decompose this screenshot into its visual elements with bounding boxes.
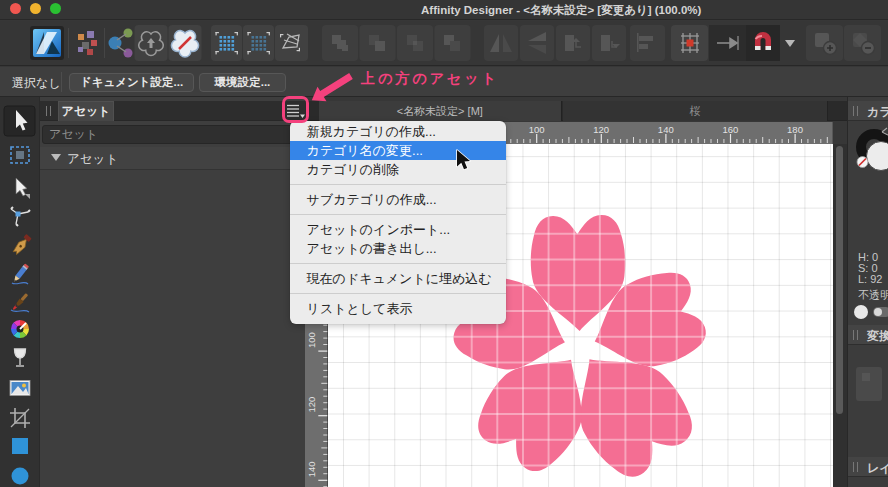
svg-text:120: 120 xyxy=(594,123,610,134)
svg-text:180: 180 xyxy=(787,123,803,134)
svg-text:160: 160 xyxy=(723,123,739,134)
svg-text:100: 100 xyxy=(529,123,545,134)
svg-text:120: 120 xyxy=(307,397,318,413)
svg-text:140: 140 xyxy=(658,123,674,134)
svg-text:140: 140 xyxy=(307,461,318,477)
svg-text:100: 100 xyxy=(307,332,318,348)
